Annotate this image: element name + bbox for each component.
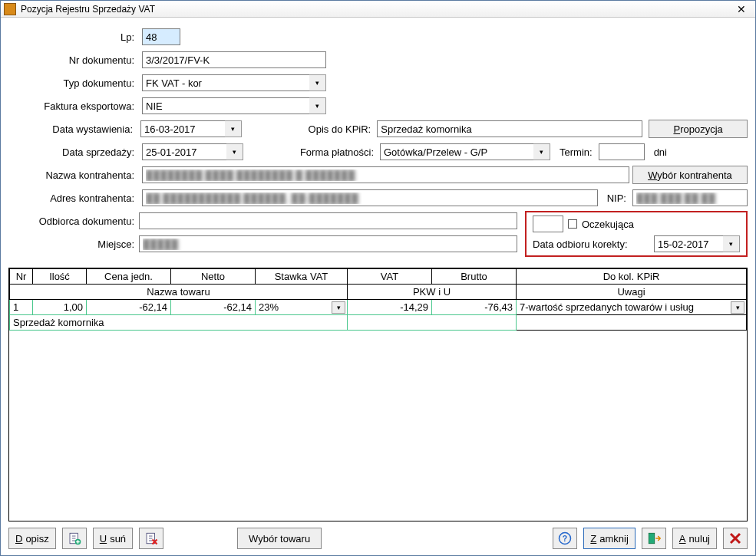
oczekujaca-label: Oczekująca (582, 219, 634, 230)
wybor-towaru-button[interactable]: Wybór towaru (237, 528, 322, 549)
nip-label: NIP: (601, 192, 629, 204)
col-nazwa-towaru[interactable]: Nazwa towaru (10, 285, 348, 300)
delete-page-icon (144, 531, 158, 545)
lp-input[interactable] (142, 28, 180, 45)
svg-text:?: ? (563, 534, 567, 543)
oczekujaca-code-input[interactable] (533, 215, 563, 232)
cell-ilosc[interactable]: 1,00 (33, 300, 87, 315)
nr-dokumentu-label: Nr dokumentu: (8, 54, 139, 66)
cell-netto[interactable]: -62,14 (171, 300, 256, 315)
faktura-eksportowa-label: Faktura eksportowa: (8, 100, 139, 112)
dni-label: dni (648, 146, 670, 158)
cell-brutto[interactable]: -76,43 (432, 300, 517, 315)
form-area: Lp: Nr dokumentu: Typ dokumentu: ▾ Faktu… (1, 18, 755, 265)
lp-label: Lp: (8, 31, 139, 43)
nazwa-kontrahenta-label: Nazwa kontrahenta: (8, 169, 139, 181)
chevron-down-icon[interactable]: ▾ (731, 301, 744, 314)
col-vat[interactable]: VAT (348, 269, 432, 285)
cell-kpir-value: 7-wartość sprzedanych towarów i usług (520, 301, 694, 313)
opis-kpir-input[interactable] (377, 120, 642, 137)
chevron-down-icon[interactable]: ▾ (533, 143, 550, 160)
opis-kpir-label: Opis do KPiR: (245, 123, 374, 135)
svg-rect-5 (649, 533, 655, 544)
grid-header-row-1: Nr Ilość Cena jedn. Netto Stawka VAT VAT… (10, 269, 747, 285)
faktura-eksportowa-select[interactable] (142, 97, 309, 114)
typ-dokumentu-label: Typ dokumentu: (8, 77, 139, 89)
nazwa-kontrahenta-input[interactable] (142, 166, 629, 183)
cell-kpir[interactable]: 7-wartość sprzedanych towarów i usług ▾ (517, 300, 747, 315)
data-wystawienia-input[interactable] (140, 120, 225, 137)
table-row[interactable]: Sprzedaż komornika (10, 315, 747, 331)
nip-input[interactable] (632, 189, 748, 206)
anuluj-button[interactable]: Anuluj (672, 528, 717, 549)
dopisz-icon-button[interactable] (62, 528, 87, 549)
col-uwagi[interactable]: Uwagi (517, 285, 747, 300)
odbiorca-dokumentu-input[interactable] (139, 212, 517, 229)
cell-vat[interactable]: -14,29 (348, 300, 432, 315)
col-nr[interactable]: Nr (10, 269, 33, 285)
window-title: Pozycja Rejestru Sprzedaży VAT (21, 4, 726, 15)
data-sprzedazy-label: Data sprzedaży: (8, 146, 139, 158)
col-netto[interactable]: Netto (171, 269, 256, 285)
cell-nazwa-towaru[interactable]: Sprzedaż komornika (10, 315, 348, 331)
zamknij-icon-button[interactable] (642, 528, 666, 549)
odbiorca-dokumentu-label: Odbiorca dokumentu: (8, 215, 139, 227)
footer-toolbar: Dopisz Usuń Wybór towaru ? Zamknij Anulu… (1, 521, 755, 555)
anuluj-icon-button[interactable] (723, 528, 748, 549)
chevron-down-icon[interactable]: ▾ (309, 74, 326, 91)
termin-label: Termin: (553, 146, 596, 158)
door-exit-icon (647, 531, 661, 545)
help-button[interactable]: ? (553, 528, 577, 549)
cell-pkwiu[interactable] (348, 315, 517, 331)
adres-kontrahenta-input[interactable] (142, 189, 598, 206)
app-icon (4, 3, 16, 15)
grid-table: Nr Ilość Cena jedn. Netto Stawka VAT VAT… (9, 268, 747, 331)
chevron-down-icon[interactable]: ▾ (226, 143, 243, 160)
forma-platnosci-select[interactable] (380, 143, 533, 160)
chevron-down-icon[interactable]: ▾ (332, 301, 345, 314)
data-wystawienia-label: Data wystawienia: (8, 123, 137, 135)
data-sprzedazy-input[interactable] (142, 143, 226, 160)
col-pkwiu[interactable]: PKW i U (348, 285, 517, 300)
miejsce-input[interactable] (139, 235, 517, 252)
adres-kontrahenta-label: Adres kontrahenta: (8, 192, 139, 204)
wybor-kontrahenta-button[interactable]: Wybór kontrahenta (632, 166, 748, 184)
usun-icon-button[interactable] (139, 528, 163, 549)
col-brutto[interactable]: Brutto (432, 269, 517, 285)
col-kpir[interactable]: Do kol. KPiR (517, 269, 747, 285)
cell-nr[interactable]: 1 (10, 300, 33, 315)
cell-cena[interactable]: -62,14 (87, 300, 171, 315)
add-page-icon (68, 531, 81, 545)
miejsce-label: Miejsce: (8, 239, 139, 250)
col-stawka[interactable]: Stawka VAT (256, 269, 348, 285)
forma-platnosci-label: Forma płatności: (246, 146, 377, 158)
chevron-down-icon[interactable]: ▾ (723, 235, 740, 252)
usun-button[interactable]: Usuń (93, 528, 133, 549)
typ-dokumentu-select[interactable] (142, 74, 309, 91)
col-cena[interactable]: Cena jedn. (87, 269, 171, 285)
cancel-x-icon (728, 531, 742, 545)
nr-dokumentu-input[interactable] (142, 51, 326, 68)
oczekujaca-checkbox[interactable] (568, 219, 577, 229)
data-odbioru-input[interactable] (654, 235, 723, 252)
chevron-down-icon[interactable]: ▾ (309, 97, 326, 114)
propozycja-button[interactable]: PPropozycjaropozycja (649, 120, 748, 138)
cell-stawka-value: 23% (259, 301, 279, 313)
grid-header-row-2: Nazwa towaru PKW i U Uwagi (10, 285, 747, 300)
title-bar: Pozycja Rejestru Sprzedaży VAT ✕ (1, 1, 755, 18)
cell-stawka[interactable]: 23% ▾ (256, 300, 348, 315)
cell-uwagi[interactable] (517, 315, 747, 331)
dopisz-button[interactable]: Dopisz (8, 528, 56, 549)
help-icon: ? (558, 531, 572, 545)
col-ilosc[interactable]: Ilość (33, 269, 87, 285)
data-odbioru-label: Data odbioru korekty: (533, 239, 628, 250)
wybor-towaru-label: Wybór towaru (249, 533, 310, 544)
close-icon[interactable]: ✕ (731, 2, 752, 16)
table-row[interactable]: 1 1,00 -62,14 -62,14 23% ▾ -14,29 -76,43… (10, 300, 747, 315)
chevron-down-icon[interactable]: ▾ (225, 120, 242, 137)
correction-receipt-box: Oczekująca Data odbioru korekty: ▾ (525, 211, 748, 257)
zamknij-button[interactable]: Zamknij (583, 528, 636, 549)
items-grid: Nr Ilość Cena jedn. Netto Stawka VAT VAT… (8, 268, 748, 521)
termin-input[interactable] (599, 143, 645, 160)
